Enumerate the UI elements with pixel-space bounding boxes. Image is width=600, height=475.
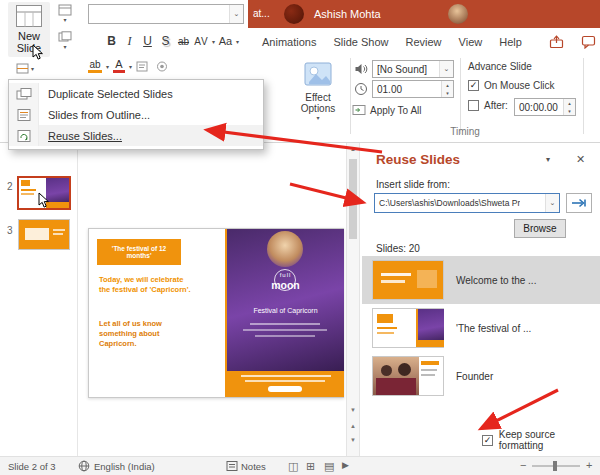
insert-path-value: C:\Users\ashis\Downloads\Shweta Pr: [375, 198, 520, 208]
menu-item-duplicate-selected-slides[interactable]: Duplicate Selected Slides: [9, 83, 263, 104]
account-badge-icon[interactable]: [284, 4, 304, 24]
share-icon[interactable]: [549, 35, 564, 49]
slide-poster-panel[interactable]: full moon Festival of Capricorn: [227, 229, 344, 397]
language-globe-icon: [78, 460, 90, 472]
duration-spinner[interactable]: 01.00 ▴▾: [372, 80, 454, 98]
reuse-slide-item-1[interactable]: Welcome to the ...: [362, 256, 600, 304]
scroll-down-icon[interactable]: ▼: [350, 407, 356, 413]
gallery-combobox[interactable]: ⌄: [88, 4, 244, 24]
language-label[interactable]: English (India): [94, 461, 155, 472]
thumb-photo-head: [398, 363, 411, 376]
reading-view-icon[interactable]: ▤: [324, 460, 334, 473]
slide-paragraph-2[interactable]: Let all of us know something about Capri…: [99, 319, 195, 349]
on-mouse-click-label: On Mouse Click: [484, 80, 555, 91]
text-effects-button[interactable]: [155, 60, 170, 73]
font-color-button[interactable]: A: [113, 59, 125, 73]
slide-canvas[interactable]: 'The festival of 12 months' Today, we wi…: [88, 228, 344, 398]
zoom-in-icon[interactable]: +: [586, 459, 592, 471]
editor-scrollbar[interactable]: ▲ ▼ ▲ ▼: [346, 143, 360, 456]
after-time-spinner[interactable]: 00:00.00 ▴▾: [514, 98, 576, 116]
slide-sorter-icon[interactable]: ⊞: [306, 460, 315, 473]
reuse-thumb-1: [372, 260, 444, 300]
thumb-text-bar: [421, 374, 435, 376]
highlight-color-button[interactable]: ab: [88, 59, 102, 73]
thumb-box: [417, 270, 437, 288]
poster-text-line: [243, 329, 327, 331]
spinner-arrows[interactable]: ▴▾: [563, 99, 575, 115]
document-title-partial: at...: [253, 8, 270, 19]
thumb-photo-body: [376, 378, 416, 395]
on-mouse-click-checkbox[interactable]: ✓ On Mouse Click: [468, 80, 555, 91]
reset-split-button[interactable]: ▾: [53, 31, 77, 53]
insert-arrow-button[interactable]: [566, 193, 592, 213]
insert-path-combobox[interactable]: C:\Users\ashis\Downloads\Shweta Pr ⌄: [374, 193, 560, 213]
thumb-text-bar: [421, 361, 439, 365]
user-avatar[interactable]: [448, 4, 468, 24]
font-color-row: ab ▾ A ▾: [88, 56, 170, 76]
zoom-out-icon[interactable]: −: [520, 459, 526, 471]
slide-title-badge[interactable]: 'The festival of 12 months': [97, 239, 181, 265]
thumb-text-bar: [381, 280, 405, 283]
underline-button[interactable]: U: [140, 31, 155, 51]
pane-options-chevron-icon[interactable]: ▾: [546, 155, 550, 164]
mouse-cursor: [38, 192, 50, 209]
clear-formatting-button[interactable]: [136, 60, 151, 73]
tab-animations[interactable]: Animations: [262, 36, 316, 48]
normal-view-icon[interactable]: ◫: [288, 460, 298, 473]
pane-title: Reuse Slides: [376, 152, 460, 167]
tab-view[interactable]: View: [459, 36, 483, 48]
slideshow-icon[interactable]: ▶: [342, 460, 349, 470]
text-shadow-button[interactable]: S: [158, 31, 173, 51]
browse-button-label: Browse: [523, 223, 556, 234]
thumb-text-bar: [21, 189, 36, 191]
strikethrough-button[interactable]: ab: [176, 31, 191, 51]
thumb-text-bar: [421, 369, 437, 371]
after-checkbox[interactable]: After:: [468, 100, 508, 111]
apply-to-all-button[interactable]: Apply To All: [352, 101, 422, 119]
browse-button[interactable]: Browse: [514, 219, 566, 238]
tab-help[interactable]: Help: [499, 36, 522, 48]
new-slide-menu: Duplicate Selected Slides Slides from Ou…: [8, 79, 264, 150]
chevron-down-icon: ⌄: [439, 61, 453, 77]
after-time-value: 00:00.00: [515, 102, 558, 113]
effect-options-button[interactable]: Effect Options ▾: [292, 58, 344, 132]
previous-slide-icon[interactable]: ▲: [350, 423, 356, 429]
reuse-slide-item-2[interactable]: 'The festival of ...: [362, 304, 600, 352]
group-divider: [583, 58, 584, 134]
layout-split-button[interactable]: ▾: [53, 4, 77, 26]
duration-value: 01.00: [373, 84, 402, 95]
menu-item-reuse-slides[interactable]: Reuse Slides...: [9, 125, 263, 146]
scrollbar-thumb[interactable]: [349, 159, 357, 239]
slide-3-thumbnail[interactable]: [18, 219, 70, 250]
menu-item-slides-from-outline[interactable]: Slides from Outline...: [9, 104, 263, 125]
chevron-down-icon: ▾: [63, 43, 66, 50]
apply-to-all-label: Apply To All: [370, 105, 422, 116]
reuse-slides-pane: Reuse Slides ▾ ✕ Insert slide from: C:\U…: [360, 143, 600, 456]
reuse-slide-item-3[interactable]: Founder: [362, 352, 600, 400]
next-slide-icon[interactable]: ▼: [350, 437, 356, 443]
sound-combobox[interactable]: [No Sound] ⌄: [372, 60, 454, 78]
advance-slide-label: Advance Slide: [468, 61, 532, 72]
italic-button[interactable]: I: [122, 31, 137, 51]
change-case-button[interactable]: Aa: [218, 31, 233, 51]
spinner-arrows[interactable]: ▴▾: [441, 81, 453, 97]
thumb-badge: [377, 314, 393, 323]
scroll-up-icon[interactable]: ▲: [350, 146, 356, 152]
tab-slide-show[interactable]: Slide Show: [333, 36, 388, 48]
chevron-down-icon: ⌄: [545, 194, 559, 212]
zoom-slider-thumb[interactable]: [553, 461, 557, 471]
pane-close-icon[interactable]: ✕: [576, 153, 585, 166]
slide-paragraph-1[interactable]: Today, we will celebrate the festival of…: [99, 275, 195, 295]
keep-source-formatting-checkbox[interactable]: ✓ Keep source formatting: [482, 429, 600, 451]
comments-icon[interactable]: [581, 35, 596, 49]
thumb-text-bar: [53, 233, 63, 235]
character-spacing-button[interactable]: AV: [194, 31, 209, 51]
timing-group-label: Timing: [430, 126, 500, 137]
tab-review[interactable]: Review: [405, 36, 441, 48]
section-split-button[interactable]: ▾: [12, 58, 38, 78]
notes-button[interactable]: Notes: [241, 461, 266, 472]
bold-button[interactable]: B: [104, 31, 119, 51]
slide-2-number: 2: [7, 181, 13, 192]
duplicate-slides-icon: [9, 83, 39, 104]
poster-footer: [227, 371, 344, 397]
